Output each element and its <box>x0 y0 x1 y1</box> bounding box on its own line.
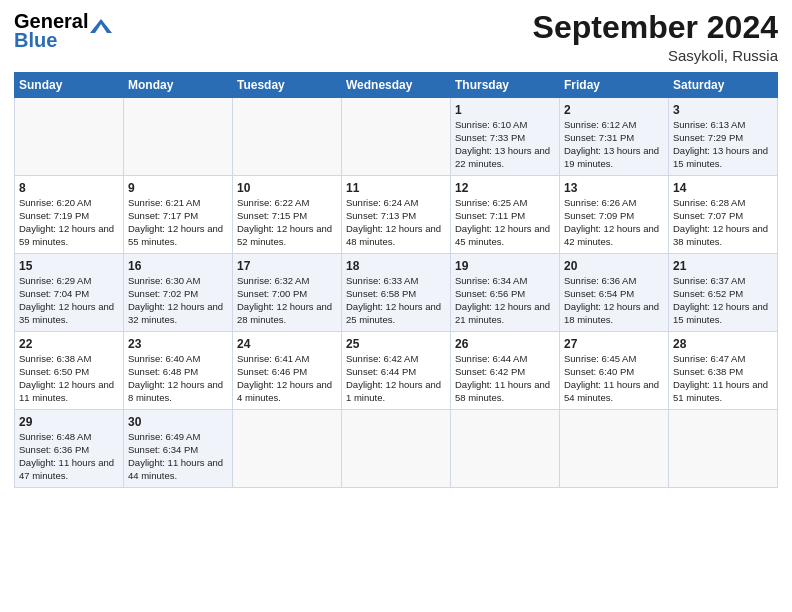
sunset-text: Sunset: 7:19 PM <box>19 210 89 221</box>
calendar-table: Sunday Monday Tuesday Wednesday Thursday… <box>14 72 778 488</box>
sunrise-text: Sunrise: 6:26 AM <box>564 197 636 208</box>
daylight-text: Daylight: 12 hours and 35 minutes. <box>19 301 114 325</box>
table-row: 27Sunrise: 6:45 AMSunset: 6:40 PMDayligh… <box>560 332 669 410</box>
sunset-text: Sunset: 7:11 PM <box>455 210 525 221</box>
sunset-text: Sunset: 7:04 PM <box>19 288 89 299</box>
sunset-text: Sunset: 7:07 PM <box>673 210 743 221</box>
daylight-text: Daylight: 12 hours and 32 minutes. <box>128 301 223 325</box>
sunset-text: Sunset: 6:38 PM <box>673 366 743 377</box>
daylight-text: Daylight: 12 hours and 28 minutes. <box>237 301 332 325</box>
table-row: 29Sunrise: 6:48 AMSunset: 6:36 PMDayligh… <box>15 410 124 488</box>
table-row <box>233 410 342 488</box>
table-row: 14Sunrise: 6:28 AMSunset: 7:07 PMDayligh… <box>669 176 778 254</box>
day-number: 14 <box>673 180 773 196</box>
daylight-text: Daylight: 12 hours and 4 minutes. <box>237 379 332 403</box>
sunset-text: Sunset: 6:50 PM <box>19 366 89 377</box>
daylight-text: Daylight: 12 hours and 8 minutes. <box>128 379 223 403</box>
day-number: 16 <box>128 258 228 274</box>
sunset-text: Sunset: 6:46 PM <box>237 366 307 377</box>
sunrise-text: Sunrise: 6:47 AM <box>673 353 745 364</box>
daylight-text: Daylight: 12 hours and 52 minutes. <box>237 223 332 247</box>
daylight-text: Daylight: 11 hours and 54 minutes. <box>564 379 659 403</box>
sunrise-text: Sunrise: 6:48 AM <box>19 431 91 442</box>
sunrise-text: Sunrise: 6:42 AM <box>346 353 418 364</box>
daylight-text: Daylight: 12 hours and 1 minute. <box>346 379 441 403</box>
day-number: 15 <box>19 258 119 274</box>
col-thursday: Thursday <box>451 73 560 98</box>
day-number: 19 <box>455 258 555 274</box>
daylight-text: Daylight: 12 hours and 11 minutes. <box>19 379 114 403</box>
sunrise-text: Sunrise: 6:20 AM <box>19 197 91 208</box>
day-number: 29 <box>19 414 119 430</box>
page-container: General Blue September 2024 Sasykoli, Ru… <box>0 0 792 496</box>
col-monday: Monday <box>124 73 233 98</box>
sunrise-text: Sunrise: 6:21 AM <box>128 197 200 208</box>
day-number: 21 <box>673 258 773 274</box>
day-number: 10 <box>237 180 337 196</box>
calendar-body: 1Sunrise: 6:10 AMSunset: 7:33 PMDaylight… <box>15 98 778 488</box>
table-row: 24Sunrise: 6:41 AMSunset: 6:46 PMDayligh… <box>233 332 342 410</box>
sunset-text: Sunset: 7:33 PM <box>455 132 525 143</box>
table-row: 11Sunrise: 6:24 AMSunset: 7:13 PMDayligh… <box>342 176 451 254</box>
sunrise-text: Sunrise: 6:30 AM <box>128 275 200 286</box>
table-row: 9Sunrise: 6:21 AMSunset: 7:17 PMDaylight… <box>124 176 233 254</box>
calendar-week-row: 8Sunrise: 6:20 AMSunset: 7:19 PMDaylight… <box>15 176 778 254</box>
table-row: 19Sunrise: 6:34 AMSunset: 6:56 PMDayligh… <box>451 254 560 332</box>
table-row <box>560 410 669 488</box>
daylight-text: Daylight: 12 hours and 45 minutes. <box>455 223 550 247</box>
sunset-text: Sunset: 7:31 PM <box>564 132 634 143</box>
daylight-text: Daylight: 13 hours and 15 minutes. <box>673 145 768 169</box>
sunset-text: Sunset: 7:09 PM <box>564 210 634 221</box>
daylight-text: Daylight: 12 hours and 59 minutes. <box>19 223 114 247</box>
table-row <box>451 410 560 488</box>
col-sunday: Sunday <box>15 73 124 98</box>
sunrise-text: Sunrise: 6:38 AM <box>19 353 91 364</box>
logo-arrow-icon <box>90 19 112 33</box>
table-row: 12Sunrise: 6:25 AMSunset: 7:11 PMDayligh… <box>451 176 560 254</box>
sunrise-text: Sunrise: 6:41 AM <box>237 353 309 364</box>
table-row: 15Sunrise: 6:29 AMSunset: 7:04 PMDayligh… <box>15 254 124 332</box>
table-row: 25Sunrise: 6:42 AMSunset: 6:44 PMDayligh… <box>342 332 451 410</box>
sunrise-text: Sunrise: 6:37 AM <box>673 275 745 286</box>
daylight-text: Daylight: 11 hours and 44 minutes. <box>128 457 223 481</box>
daylight-text: Daylight: 12 hours and 25 minutes. <box>346 301 441 325</box>
table-row: 18Sunrise: 6:33 AMSunset: 6:58 PMDayligh… <box>342 254 451 332</box>
sunrise-text: Sunrise: 6:28 AM <box>673 197 745 208</box>
title-area: September 2024 Sasykoli, Russia <box>533 10 778 64</box>
sunrise-text: Sunrise: 6:44 AM <box>455 353 527 364</box>
sunset-text: Sunset: 7:15 PM <box>237 210 307 221</box>
header: General Blue September 2024 Sasykoli, Ru… <box>14 10 778 64</box>
table-row <box>342 98 451 176</box>
sunrise-text: Sunrise: 6:32 AM <box>237 275 309 286</box>
table-row: 20Sunrise: 6:36 AMSunset: 6:54 PMDayligh… <box>560 254 669 332</box>
daylight-text: Daylight: 12 hours and 48 minutes. <box>346 223 441 247</box>
calendar-week-row: 29Sunrise: 6:48 AMSunset: 6:36 PMDayligh… <box>15 410 778 488</box>
daylight-text: Daylight: 12 hours and 21 minutes. <box>455 301 550 325</box>
table-row: 8Sunrise: 6:20 AMSunset: 7:19 PMDaylight… <box>15 176 124 254</box>
table-row: 22Sunrise: 6:38 AMSunset: 6:50 PMDayligh… <box>15 332 124 410</box>
day-number: 26 <box>455 336 555 352</box>
col-wednesday: Wednesday <box>342 73 451 98</box>
sunset-text: Sunset: 6:40 PM <box>564 366 634 377</box>
daylight-text: Daylight: 12 hours and 55 minutes. <box>128 223 223 247</box>
daylight-text: Daylight: 12 hours and 18 minutes. <box>564 301 659 325</box>
sunrise-text: Sunrise: 6:22 AM <box>237 197 309 208</box>
sunrise-text: Sunrise: 6:34 AM <box>455 275 527 286</box>
table-row: 17Sunrise: 6:32 AMSunset: 7:00 PMDayligh… <box>233 254 342 332</box>
table-row: 26Sunrise: 6:44 AMSunset: 6:42 PMDayligh… <box>451 332 560 410</box>
col-tuesday: Tuesday <box>233 73 342 98</box>
table-row <box>342 410 451 488</box>
daylight-text: Daylight: 13 hours and 19 minutes. <box>564 145 659 169</box>
table-row: 21Sunrise: 6:37 AMSunset: 6:52 PMDayligh… <box>669 254 778 332</box>
sunrise-text: Sunrise: 6:13 AM <box>673 119 745 130</box>
day-number: 27 <box>564 336 664 352</box>
col-friday: Friday <box>560 73 669 98</box>
table-row: 30Sunrise: 6:49 AMSunset: 6:34 PMDayligh… <box>124 410 233 488</box>
month-title: September 2024 <box>533 10 778 45</box>
sunrise-text: Sunrise: 6:36 AM <box>564 275 636 286</box>
daylight-text: Daylight: 12 hours and 42 minutes. <box>564 223 659 247</box>
table-row: 23Sunrise: 6:40 AMSunset: 6:48 PMDayligh… <box>124 332 233 410</box>
sunrise-text: Sunrise: 6:12 AM <box>564 119 636 130</box>
location: Sasykoli, Russia <box>533 47 778 64</box>
daylight-text: Daylight: 11 hours and 58 minutes. <box>455 379 550 403</box>
